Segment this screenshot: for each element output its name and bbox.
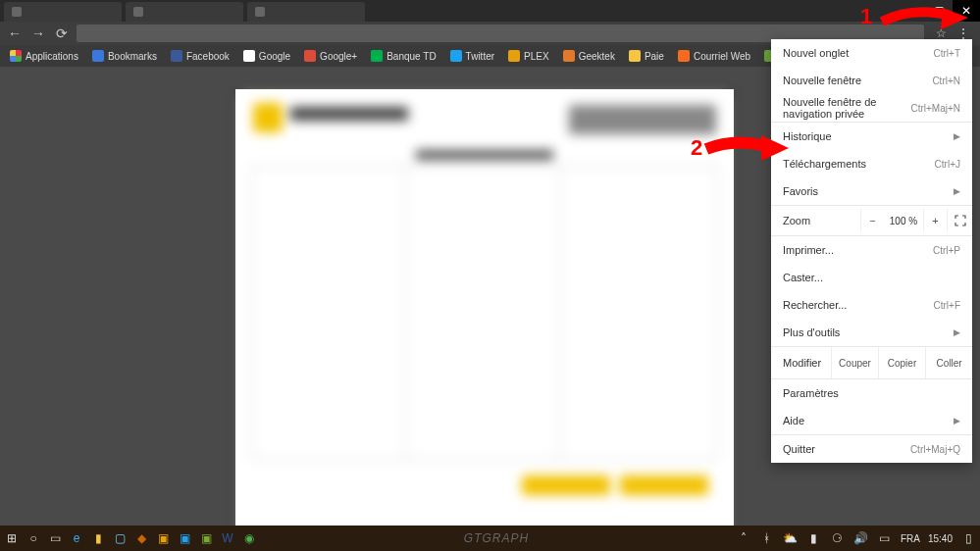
store-icon[interactable]: ▢	[112, 530, 128, 546]
copy-button[interactable]: Copier	[878, 347, 925, 378]
bookmark-item[interactable]: Google+	[298, 48, 363, 64]
fullscreen-icon	[954, 215, 966, 226]
menu-find[interactable]: Rechercher...Ctrl+F	[771, 291, 972, 319]
zoom-out-button[interactable]: −	[860, 209, 884, 232]
menu-history[interactable]: Historique▶	[771, 123, 972, 150]
zoom-value: 100 %	[884, 216, 923, 226]
chevron-right-icon: ▶	[954, 327, 960, 337]
search-icon[interactable]: ○	[26, 530, 41, 546]
menu-new-window[interactable]: Nouvelle fenêtreCtrl+N	[771, 67, 972, 94]
notification-icon[interactable]: ▭	[877, 530, 893, 546]
back-button[interactable]: ←	[6, 25, 24, 42]
bookmark-apps[interactable]: Applications	[4, 48, 84, 64]
app-icon[interactable]: ▣	[155, 530, 171, 546]
tab-favicon	[12, 7, 22, 17]
annotation-arrow-1: 1	[874, 4, 972, 33]
bookmark-item[interactable]: Twitter	[444, 48, 500, 64]
task-view-icon[interactable]: ▭	[47, 530, 63, 546]
explorer-icon[interactable]: ▮	[90, 530, 106, 546]
bookmark-item[interactable]: Google	[237, 48, 296, 64]
chevron-right-icon: ▶	[954, 416, 960, 426]
tab-favicon	[255, 7, 265, 17]
paste-button[interactable]: Coller	[925, 347, 972, 378]
chevron-right-icon: ▶	[954, 186, 960, 196]
language-indicator[interactable]: FRA	[901, 533, 920, 544]
menu-help[interactable]: Aide▶	[771, 407, 972, 434]
battery-icon[interactable]: ▮	[806, 530, 822, 546]
menu-print[interactable]: Imprimer...Ctrl+P	[771, 236, 972, 264]
menu-more-tools[interactable]: Plus d'outils▶	[771, 319, 972, 346]
browser-tab[interactable]	[126, 2, 243, 22]
menu-settings[interactable]: Paramètres	[771, 379, 972, 407]
google-icon	[243, 50, 255, 62]
bookmark-item[interactable]: Courriel Web	[672, 48, 756, 64]
tab-favicon	[133, 7, 143, 17]
blurred-content	[241, 95, 728, 526]
wifi-icon[interactable]: ⚆	[830, 530, 846, 546]
grid-icon	[10, 50, 22, 62]
chevron-right-icon: ▶	[954, 131, 960, 141]
menu-downloads[interactable]: TéléchargementsCtrl+J	[771, 150, 972, 177]
menu-new-tab[interactable]: Nouvel ongletCtrl+T	[771, 39, 972, 67]
annotation-number: 2	[691, 135, 702, 161]
edge-icon[interactable]: e	[69, 530, 84, 546]
geektek-icon	[563, 50, 575, 62]
browser-tab[interactable]	[4, 2, 122, 22]
tray-chevron-icon[interactable]: ˄	[736, 530, 751, 546]
document-page[interactable]: Vos paiements sont acceptés à la plupart…	[235, 89, 734, 526]
plex-icon	[508, 50, 520, 62]
reload-button[interactable]: ⟳	[53, 25, 71, 42]
googleplus-icon	[304, 50, 316, 62]
taskbar: ⊞ ○ ▭ e ▮ ▢ ◆ ▣ ▣ ▣ W ◉ GTGRAPH ˄ ᚼ ⛅ ▮ …	[0, 526, 980, 551]
forward-button[interactable]: →	[29, 25, 47, 42]
start-button[interactable]: ⊞	[4, 530, 20, 546]
facebook-icon	[171, 50, 182, 62]
paie-icon	[629, 50, 641, 62]
bookmark-item[interactable]: Facebook	[165, 48, 235, 64]
zoom-in-button[interactable]: +	[923, 209, 947, 232]
tab-strip	[0, 0, 980, 22]
action-center-icon[interactable]: ▯	[960, 530, 976, 546]
app-icon[interactable]: ▣	[177, 530, 192, 546]
fullscreen-button[interactable]	[947, 209, 972, 232]
bookmark-item[interactable]: Geektek	[557, 48, 621, 64]
chrome-menu: Nouvel ongletCtrl+T Nouvelle fenêtreCtrl…	[771, 39, 972, 463]
bookmark-item[interactable]: Paie	[623, 48, 670, 64]
twitter-icon	[450, 50, 462, 62]
chrome-icon[interactable]: ◉	[241, 530, 257, 546]
td-icon	[371, 50, 383, 62]
menu-zoom: Zoom − 100 % +	[771, 206, 972, 235]
app-icon[interactable]: ▣	[198, 530, 214, 546]
bluetooth-icon[interactable]: ᚼ	[759, 530, 775, 546]
app-icon[interactable]: ◆	[133, 530, 149, 546]
menu-cast[interactable]: Caster...	[771, 264, 972, 291]
onedrive-icon[interactable]: ⛅	[783, 530, 799, 546]
menu-quit[interactable]: QuitterCtrl+Maj+Q	[771, 435, 972, 463]
mail-icon	[678, 50, 690, 62]
menu-edit: Modifier Couper Copier Coller	[771, 347, 972, 378]
clock[interactable]: 15:40	[928, 533, 953, 544]
taskbar-watermark: GTGRAPH	[257, 531, 736, 545]
bookmark-item[interactable]: Bookmarks	[86, 48, 163, 64]
bookmark-icon	[92, 50, 104, 62]
bookmark-item[interactable]: PLEX	[502, 48, 555, 64]
annotation-number: 1	[860, 4, 872, 29]
volume-icon[interactable]: 🔊	[853, 530, 869, 546]
word-icon[interactable]: W	[220, 530, 235, 546]
bookmark-item[interactable]: Banque TD	[365, 48, 441, 64]
menu-new-incognito[interactable]: Nouvelle fenêtre de navigation privéeCtr…	[771, 94, 972, 122]
annotation-arrow-2: 2	[693, 131, 791, 165]
cut-button[interactable]: Couper	[831, 347, 878, 378]
browser-tab[interactable]	[247, 2, 365, 22]
menu-favorites[interactable]: Favoris▶	[771, 177, 972, 205]
